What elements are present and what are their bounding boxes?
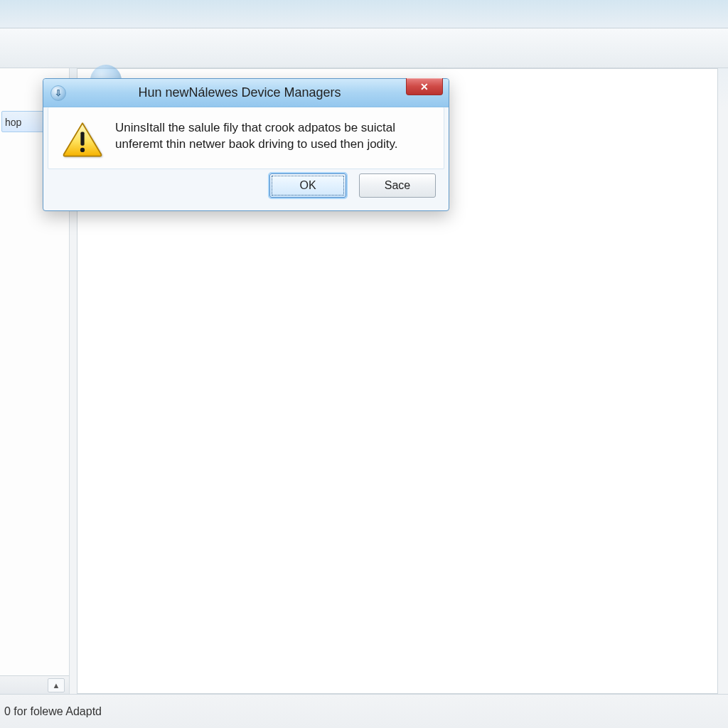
svg-point-1 xyxy=(80,148,85,152)
ok-button[interactable]: OK xyxy=(269,173,346,198)
dialog-message: UninsItall the salule fily that crook ad… xyxy=(115,120,429,157)
dialog-title: Hun newNálewes Device Managers xyxy=(73,85,449,100)
dialog-button-row: OK Sace xyxy=(43,173,449,210)
chevron-up-icon: ▲ xyxy=(53,681,60,690)
sidebar-item-label: hop xyxy=(5,117,21,128)
device-manager-dialog: ⇩ Hun newNálewes Device Managers ✕ Unins xyxy=(43,78,449,211)
window-title-bar xyxy=(0,0,728,28)
close-icon: ✕ xyxy=(420,82,429,92)
sidebar-footer: ▲ xyxy=(0,675,69,694)
expand-up-button[interactable]: ▲ xyxy=(48,678,65,692)
dialog-system-icon: ⇩ xyxy=(50,85,66,101)
warning-icon xyxy=(63,122,102,157)
dialog-body: UninsItall the salule fily that crook ad… xyxy=(48,107,444,169)
svg-rect-0 xyxy=(80,132,84,146)
close-button[interactable]: ✕ xyxy=(406,78,443,95)
status-bar: 0 for folewe Adaptd xyxy=(0,694,728,728)
dialog-title-bar[interactable]: ⇩ Hun newNálewes Device Managers ✕ xyxy=(43,79,449,107)
status-text: 0 for folewe Adaptd xyxy=(4,705,102,718)
toolbar xyxy=(0,28,728,68)
secondary-button[interactable]: Sace xyxy=(359,173,436,198)
